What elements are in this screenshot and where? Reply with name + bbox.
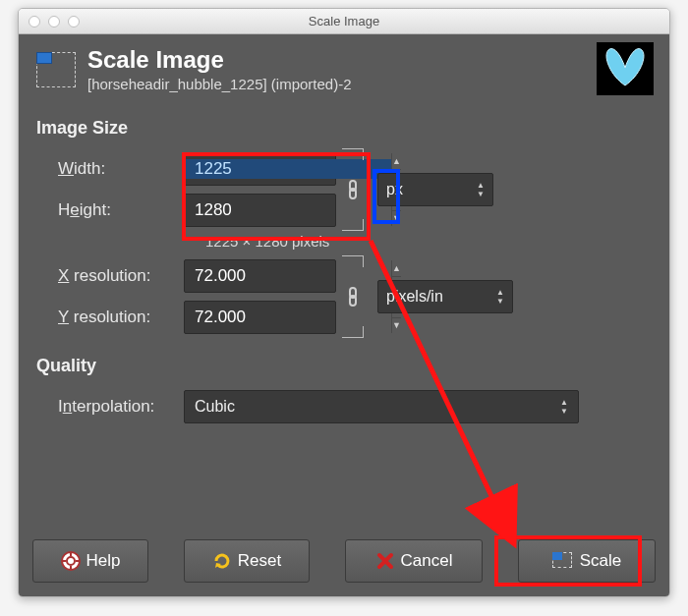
res-link-toggle[interactable] bbox=[342, 255, 364, 338]
reset-icon bbox=[212, 551, 232, 571]
height-label: Height: bbox=[36, 200, 184, 220]
yres-input[interactable]: ▲▼ bbox=[184, 301, 336, 334]
help-label: Help bbox=[86, 551, 121, 571]
scale-button[interactable]: Scale bbox=[518, 539, 656, 583]
dialog-content: Scale Image [horseheadir_hubble_1225] (i… bbox=[19, 34, 669, 596]
cancel-icon bbox=[375, 551, 395, 571]
app-logo bbox=[597, 42, 654, 95]
svg-point-1 bbox=[67, 557, 75, 565]
xres-input[interactable]: ▲▼ bbox=[184, 259, 336, 293]
interpolation-value: Cubic bbox=[195, 398, 235, 416]
cancel-button[interactable]: Cancel bbox=[345, 539, 483, 583]
yres-label: Y resolution: bbox=[36, 308, 184, 327]
size-unit-select[interactable]: px ▲▼ bbox=[377, 173, 493, 206]
scale-icon bbox=[36, 52, 78, 89]
chevron-updown-icon: ▲▼ bbox=[477, 181, 485, 198]
chain-link-icon bbox=[346, 177, 360, 202]
interpolation-label: Interpolation: bbox=[36, 397, 184, 417]
window-title: Scale Image bbox=[19, 14, 669, 28]
height-input[interactable]: ▲▼ bbox=[184, 194, 336, 227]
scale-label: Scale bbox=[580, 551, 622, 571]
scale-small-icon bbox=[552, 552, 574, 570]
chevron-updown-icon: ▲▼ bbox=[496, 288, 504, 306]
titlebar: Scale Image bbox=[19, 9, 669, 34]
size-hint: 1225 × 1280 pixels bbox=[36, 233, 652, 250]
scale-image-dialog: Scale Image Scale Image [horseheadir_hub… bbox=[18, 8, 670, 597]
help-button[interactable]: Help bbox=[32, 539, 148, 583]
size-link-toggle[interactable] bbox=[342, 148, 364, 231]
xres-label: X resolution: bbox=[36, 266, 184, 286]
width-label: Width: bbox=[36, 159, 184, 179]
lifebuoy-icon bbox=[61, 551, 81, 571]
interpolation-select[interactable]: Cubic ▲▼ bbox=[184, 390, 579, 423]
chevron-updown-icon: ▲▼ bbox=[560, 398, 568, 416]
res-unit-value: pixels/in bbox=[386, 288, 443, 306]
reset-button[interactable]: Reset bbox=[184, 539, 310, 583]
cancel-label: Cancel bbox=[401, 551, 453, 571]
window-minimize-button[interactable] bbox=[48, 16, 60, 28]
size-unit-value: px bbox=[386, 181, 403, 198]
chain-link-icon bbox=[346, 284, 360, 309]
width-input[interactable]: ▲▼ bbox=[184, 152, 336, 186]
quality-section: Quality bbox=[36, 356, 652, 376]
window-close-button[interactable] bbox=[29, 16, 40, 28]
window-zoom-button[interactable] bbox=[68, 16, 80, 28]
dialog-title: Scale Image bbox=[87, 48, 352, 72]
res-unit-select[interactable]: pixels/in ▲▼ bbox=[377, 280, 513, 313]
reset-label: Reset bbox=[238, 551, 281, 571]
image-size-section: Image Size bbox=[36, 118, 652, 139]
dialog-subtitle: [horseheadir_hubble_1225] (imported)-2 bbox=[87, 76, 352, 92]
